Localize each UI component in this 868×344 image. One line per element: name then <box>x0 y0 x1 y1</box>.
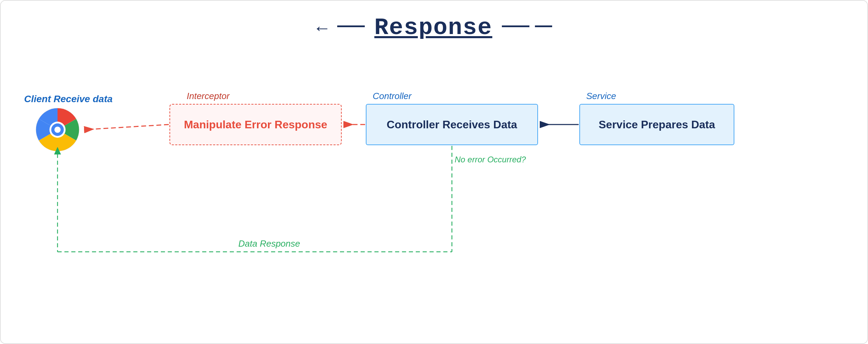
chrome-icon <box>35 107 80 152</box>
service-label: Service <box>586 91 616 101</box>
client-label: Client Receive data <box>24 94 113 105</box>
title-area: ← Response <box>1 14 867 41</box>
interceptor-label: Interceptor <box>187 91 229 101</box>
arrows-svg: No error Occurred? Data Response <box>1 1 868 344</box>
service-box-text: Service Prepares Data <box>599 118 715 131</box>
controller-box: Controller Receives Data <box>366 104 538 145</box>
diagram-container: ← Response Client Receive data Intercept… <box>0 0 868 344</box>
title-arrow: ← <box>313 19 331 37</box>
title-dash-3 <box>535 25 552 27</box>
svg-point-3 <box>54 127 61 133</box>
controller-box-text: Controller Receives Data <box>387 118 517 131</box>
title-dash-2 <box>502 25 529 27</box>
svg-text:Data Response: Data Response <box>238 238 300 249</box>
service-box: Service Prepares Data <box>579 104 734 145</box>
controller-label: Controller <box>373 91 412 101</box>
page-title: Response <box>374 14 492 41</box>
svg-text:No error Occurred?: No error Occurred? <box>455 155 526 164</box>
title-dash-1 <box>337 25 365 27</box>
interceptor-box: Manipulate Error Response <box>169 104 342 145</box>
svg-line-9 <box>84 125 169 130</box>
interceptor-box-text: Manipulate Error Response <box>184 118 327 131</box>
